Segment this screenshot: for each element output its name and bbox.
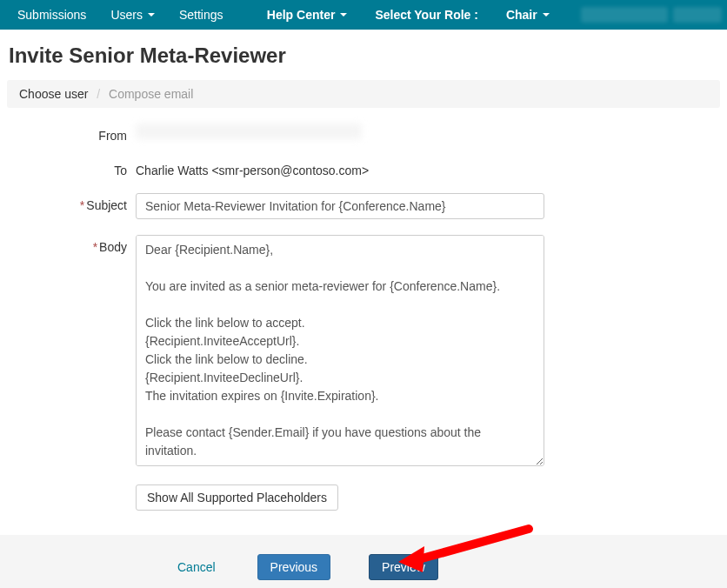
nav-users[interactable]: Users xyxy=(98,3,167,27)
nav-help-center[interactable]: Help Center xyxy=(255,3,360,27)
body-label: *Body xyxy=(0,235,136,254)
nav-submissions[interactable]: Submissions xyxy=(5,3,98,27)
subject-input[interactable] xyxy=(136,193,544,219)
from-value-redacted xyxy=(136,124,362,139)
nav-user-menu-redacted xyxy=(673,7,722,23)
preview-button[interactable]: Preview xyxy=(369,554,438,580)
nav-select-role-label: Select Your Role : xyxy=(363,3,490,27)
required-star-icon: * xyxy=(93,240,97,254)
from-label: From xyxy=(0,124,136,143)
required-star-icon: * xyxy=(80,198,84,212)
footer-actions: Cancel Previous Preview xyxy=(0,535,727,588)
nav-settings[interactable]: Settings xyxy=(167,3,236,27)
cancel-button[interactable]: Cancel xyxy=(174,555,219,579)
breadcrumb-step-choose-user[interactable]: Choose user xyxy=(19,87,88,101)
nav-role-select[interactable]: Chair xyxy=(494,3,562,27)
caret-down-icon xyxy=(340,13,347,17)
to-value: Charlie Watts <smr-person@contoso.com> xyxy=(136,158,544,177)
nav-help-center-label: Help Center xyxy=(267,8,336,22)
nav-users-label: Users xyxy=(110,8,143,22)
to-label: To xyxy=(0,158,136,177)
nav-role-value: Chair xyxy=(506,8,537,22)
breadcrumb-step-compose-email: Compose email xyxy=(109,87,193,101)
page-title: Invite Senior Meta-Reviewer xyxy=(0,30,727,80)
breadcrumb: Choose user / Compose email xyxy=(7,80,720,108)
nav-user-info-redacted xyxy=(581,7,668,23)
previous-button[interactable]: Previous xyxy=(257,554,330,580)
compose-email-form: From To Charlie Watts <smr-person@contos… xyxy=(0,124,727,535)
top-navbar: Submissions Users Settings Help Center S… xyxy=(0,0,727,30)
show-placeholders-button[interactable]: Show All Supported Placeholders xyxy=(136,484,338,511)
breadcrumb-separator: / xyxy=(97,87,100,101)
caret-down-icon xyxy=(543,13,550,17)
subject-label: *Subject xyxy=(0,193,136,212)
body-textarea[interactable] xyxy=(136,235,544,466)
caret-down-icon xyxy=(148,13,155,17)
